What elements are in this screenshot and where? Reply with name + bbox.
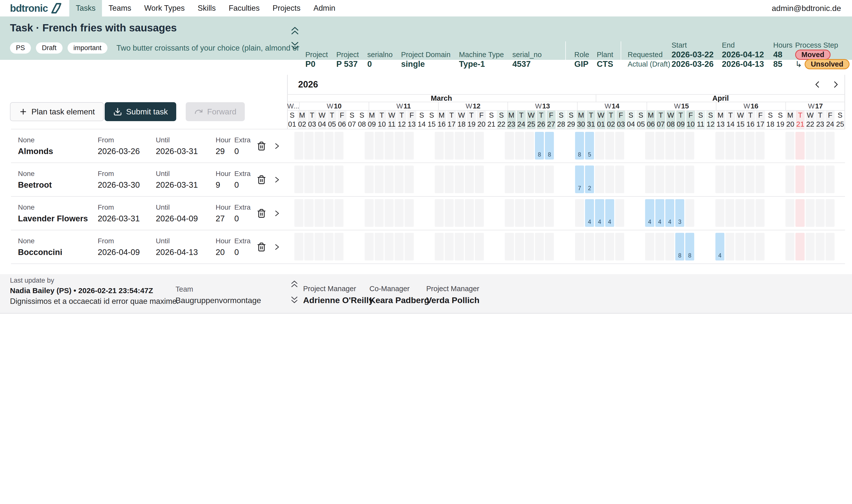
calendar-year: 2026 xyxy=(298,79,318,90)
tab-projects[interactable]: Projects xyxy=(266,0,307,16)
day-number: 07 xyxy=(348,120,356,128)
gantt-bar[interactable]: 8 xyxy=(545,132,554,160)
divider xyxy=(621,41,621,68)
trash-icon xyxy=(257,175,266,184)
actual-value: 2026-03-26 xyxy=(672,59,722,69)
day-number: 06 xyxy=(338,120,346,128)
day-header-cell: M16 xyxy=(437,111,446,129)
plan-task-element-button[interactable]: Plan task element xyxy=(10,102,104,121)
expand-button[interactable] xyxy=(269,142,284,150)
hour-value: 27 xyxy=(216,214,234,223)
gantt-bar[interactable]: 8 xyxy=(675,233,684,260)
gantt-cell xyxy=(495,199,504,227)
tab-work-types[interactable]: Work Types xyxy=(138,0,192,16)
tab-teams[interactable]: Teams xyxy=(102,0,138,16)
gantt-bar[interactable]: 3 xyxy=(675,199,684,227)
gantt-bar[interactable]: 8 xyxy=(575,132,584,160)
bar-value: 8 xyxy=(575,151,584,158)
gantt-bar[interactable]: 4 xyxy=(645,199,654,227)
tab-admin[interactable]: Admin xyxy=(307,0,342,16)
team-label: Team xyxy=(176,285,261,293)
day-letter: M xyxy=(718,111,724,120)
gantt-bar[interactable]: 4 xyxy=(585,199,594,227)
tab-faculties[interactable]: Faculties xyxy=(222,0,266,16)
expand-button[interactable] xyxy=(269,176,284,184)
chevrons-up-icon[interactable] xyxy=(290,26,300,35)
day-number: 19 xyxy=(776,120,784,128)
gantt-cell xyxy=(545,233,554,260)
gantt-cell xyxy=(836,199,845,227)
week-cell-w17: W17 xyxy=(786,102,845,110)
gantt-cell xyxy=(756,199,764,227)
day-letter: M xyxy=(787,111,793,120)
gantt-cell xyxy=(475,165,484,193)
gantt-cell xyxy=(525,199,534,227)
gantt-cell xyxy=(334,199,344,227)
day-letter: S xyxy=(290,111,294,120)
day-letter: S xyxy=(698,111,703,120)
day-letter: T xyxy=(798,111,803,120)
user-email[interactable]: admin@bdtronic.de xyxy=(772,4,852,13)
day-header-cell: S12 xyxy=(706,111,715,129)
brand-logo[interactable]: bdtronic xyxy=(0,2,69,14)
info-field-project: ProjectP 537 xyxy=(336,40,359,69)
delete-button[interactable] xyxy=(254,141,269,151)
row-left-panel: NoneAlmondsFrom2026-03-26Until2026-03-31… xyxy=(11,129,284,163)
chevron-left-icon[interactable] xyxy=(814,80,821,89)
gantt-bar[interactable]: 4 xyxy=(605,199,614,227)
process-step-col: Process StepMoved↳Unsolved xyxy=(795,40,852,69)
gantt-bar[interactable]: 5 xyxy=(585,132,594,160)
gantt-bar[interactable]: 4 xyxy=(595,199,604,227)
day-number: 09 xyxy=(677,120,685,128)
gantt-bar[interactable]: 4 xyxy=(715,233,724,260)
forward-button[interactable]: Forward xyxy=(186,102,245,121)
chevron-right-icon[interactable] xyxy=(832,80,839,89)
delete-button[interactable] xyxy=(254,175,269,184)
bar-value: 8 xyxy=(535,151,544,158)
gantt-cell xyxy=(314,199,324,227)
delete-button[interactable] xyxy=(254,209,269,218)
person-adrienne-o-reilly: Project ManagerAdrienne O'Reilly xyxy=(303,285,374,305)
gantt-bar[interactable]: 7 xyxy=(575,165,584,193)
day-number: 18 xyxy=(457,120,465,128)
chevrons-down-icon[interactable] xyxy=(290,296,299,304)
gantt-bar[interactable]: 8 xyxy=(535,132,544,160)
tab-tasks[interactable]: Tasks xyxy=(69,0,102,16)
expand-button[interactable] xyxy=(269,243,284,251)
field-value: Type-1 xyxy=(459,59,504,69)
gantt-cell xyxy=(705,199,714,227)
day-letter: F xyxy=(479,111,484,120)
expand-button[interactable] xyxy=(269,209,284,217)
gantt-bar[interactable]: 4 xyxy=(655,199,664,227)
submit-task-button[interactable]: Submit task xyxy=(105,102,176,121)
tab-skills[interactable]: Skills xyxy=(191,0,222,16)
last-update-block: Last update by Nadia Bailey (PS) • 2026-… xyxy=(10,277,179,306)
gantt-cell xyxy=(314,233,324,260)
gantt-cell xyxy=(545,199,554,227)
gantt-cell xyxy=(525,233,534,260)
gantt-cell xyxy=(485,199,494,227)
gantt-cell xyxy=(355,233,363,260)
extra-label: Extra xyxy=(234,136,254,144)
day-number: 20 xyxy=(786,120,794,128)
day-number: 02 xyxy=(607,120,615,128)
chevrons-up-icon[interactable] xyxy=(290,280,299,288)
chevrons-down-icon[interactable] xyxy=(290,41,300,50)
task-element-row-bocconcini: NoneBocconciniFrom2026-04-09Until2026-04… xyxy=(11,230,845,264)
until-date: 2026-03-31 xyxy=(156,180,216,190)
element-name: Lavender Flowers xyxy=(18,214,98,223)
gantt-cell xyxy=(435,233,444,260)
day-header-cell: W04 xyxy=(318,111,327,129)
gantt-cell xyxy=(325,132,333,160)
gantt-cell xyxy=(485,132,494,160)
day-number: 20 xyxy=(477,120,485,128)
trash-icon xyxy=(257,242,266,252)
delete-button[interactable] xyxy=(254,242,269,252)
gantt-bar[interactable]: 8 xyxy=(685,233,694,260)
gantt-bar[interactable]: 4 xyxy=(665,199,674,227)
chevron-right-icon xyxy=(273,176,281,184)
day-letter: T xyxy=(380,111,384,120)
submit-task-label: Submit task xyxy=(126,107,168,116)
gantt-bar[interactable]: 2 xyxy=(585,165,594,193)
gantt-cell xyxy=(365,199,374,227)
